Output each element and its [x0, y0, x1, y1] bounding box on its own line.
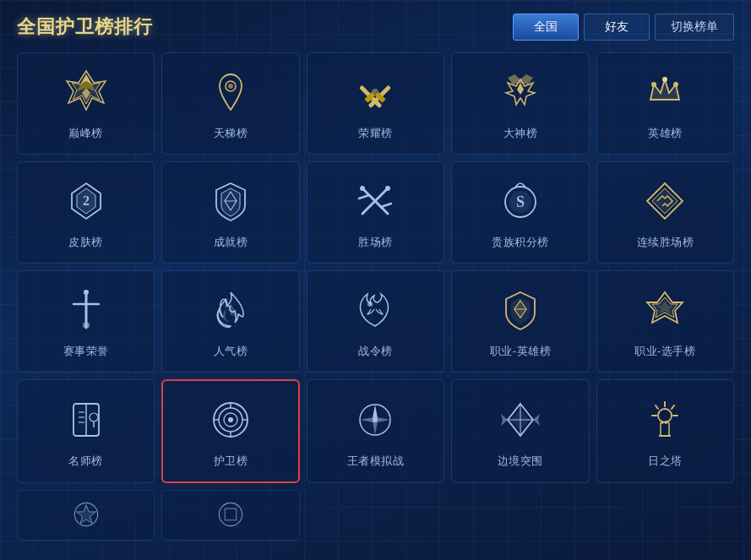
grid-item-skin[interactable]: 2 皮肤榜: [17, 161, 155, 264]
grid-item-glory[interactable]: 荣耀榜: [307, 52, 444, 155]
grid-item-master[interactable]: 名师榜: [17, 379, 155, 483]
header: 全国护卫榜排行 全国 好友 切换榜单: [17, 14, 734, 41]
tab-national[interactable]: 全国: [513, 14, 579, 41]
win-label: 胜场榜: [358, 235, 393, 250]
grid-item-achieve[interactable]: 成就榜: [161, 161, 299, 264]
glory-icon: [348, 65, 402, 119]
grid-item-simulate[interactable]: 王者模拟战: [307, 379, 444, 483]
tab-friends[interactable]: 好友: [584, 14, 650, 41]
partial1-icon: [59, 496, 113, 533]
grid-item-peak[interactable]: 巅峰榜: [17, 52, 155, 155]
guard-icon: [204, 393, 258, 447]
svg-marker-78: [76, 505, 95, 524]
svg-rect-34: [83, 323, 90, 328]
page-title: 全国护卫榜排行: [17, 14, 153, 40]
svg-marker-10: [517, 83, 524, 95]
svg-point-13: [673, 82, 678, 87]
grid-item-ladder[interactable]: 天梯榜: [161, 52, 299, 155]
skin-label: 皮肤榜: [68, 235, 103, 250]
svg-point-79: [219, 503, 242, 525]
skin-icon: 2: [59, 174, 113, 228]
svg-point-52: [228, 417, 233, 422]
guard-label: 护卫榜: [214, 454, 248, 469]
grid-item-streak[interactable]: 连续胜场榜: [596, 161, 734, 264]
grid-item-popular[interactable]: 人气榜: [161, 270, 299, 372]
master-label: 名师榜: [68, 454, 103, 469]
battle-label: 战令榜: [358, 344, 393, 359]
svg-point-24: [360, 186, 365, 191]
simulate-label: 王者模拟战: [347, 454, 405, 469]
svg-marker-59: [373, 421, 378, 435]
battle-icon: [348, 283, 402, 337]
hero-label: 英雄榜: [648, 126, 683, 141]
switch-leaderboard-button[interactable]: 切换榜单: [655, 14, 734, 41]
partial2-icon: [204, 496, 258, 533]
grid-item-tower[interactable]: 日之塔: [596, 379, 734, 483]
svg-marker-60: [360, 417, 373, 422]
grid-item-guard[interactable]: 护卫榜: [161, 379, 299, 483]
grid-item-battle[interactable]: 战令榜: [307, 270, 444, 372]
grid-item-pro-player[interactable]: 职业-选手榜: [596, 270, 734, 372]
grid-item-win[interactable]: 胜场榜: [307, 161, 444, 264]
hero-icon: [638, 65, 692, 119]
svg-line-22: [359, 195, 369, 198]
master-icon: [59, 393, 113, 447]
noble-icon: S: [493, 174, 547, 228]
simulate-icon: [348, 393, 402, 447]
svg-text:S: S: [516, 193, 525, 210]
achieve-icon: [204, 174, 258, 228]
svg-line-23: [381, 204, 391, 207]
popular-label: 人气榜: [214, 344, 248, 359]
svg-rect-75: [661, 421, 663, 424]
grid-item-partial-2[interactable]: [161, 490, 299, 541]
svg-point-12: [651, 82, 656, 87]
svg-line-69: [672, 405, 674, 409]
main-container: 全国护卫榜排行 全国 好友 切换榜单 巅峰榜: [0, 0, 751, 560]
ladder-label: 天梯榜: [214, 126, 248, 141]
svg-point-47: [90, 413, 98, 421]
svg-point-62: [373, 417, 378, 422]
svg-text:2: 2: [83, 193, 90, 208]
svg-point-67: [658, 409, 672, 422]
grid-item-border[interactable]: 边境突围: [451, 379, 589, 483]
grid-item-god[interactable]: 大神榜: [451, 52, 589, 155]
peak-label: 巅峰榜: [68, 126, 103, 141]
grid-item-noble[interactable]: S 贵族积分榜: [451, 161, 589, 264]
svg-point-35: [367, 302, 373, 307]
svg-point-9: [372, 89, 378, 95]
pro-hero-label: 职业-英雄榜: [490, 344, 551, 359]
grid-item-partial-1[interactable]: [17, 490, 155, 541]
svg-point-4: [228, 84, 233, 89]
tab-group: 全国 好友 切换榜单: [513, 14, 734, 41]
ladder-icon: [204, 65, 258, 119]
svg-marker-58: [373, 405, 378, 418]
glory-label: 荣耀榜: [358, 126, 393, 141]
streak-label: 连续胜场榜: [637, 235, 694, 250]
svg-point-33: [84, 290, 89, 295]
esports-icon: [59, 283, 113, 337]
pro-player-icon: [638, 283, 692, 337]
tower-label: 日之塔: [648, 454, 683, 469]
border-icon: [493, 393, 547, 447]
pro-hero-icon: [493, 283, 547, 337]
esports-label: 赛事荣誉: [63, 344, 109, 359]
grid-item-pro-hero[interactable]: 职业-英雄榜: [451, 270, 589, 372]
noble-label: 贵族积分榜: [492, 235, 549, 250]
god-label: 大神榜: [503, 126, 538, 141]
god-icon: [493, 65, 547, 119]
leaderboard-grid: 巅峰榜 天梯榜: [17, 52, 734, 546]
popular-icon: [204, 283, 258, 337]
win-icon: [348, 174, 402, 228]
grid-item-esports[interactable]: 赛事荣誉: [17, 270, 155, 372]
grid-item-hero[interactable]: 英雄榜: [596, 52, 734, 155]
pro-player-label: 职业-选手榜: [634, 344, 695, 359]
svg-rect-76: [665, 421, 667, 424]
peak-icon: [59, 65, 113, 119]
streak-icon: [638, 174, 692, 228]
svg-point-14: [662, 77, 667, 82]
tower-icon: [638, 393, 692, 447]
svg-rect-73: [661, 422, 669, 436]
achieve-label: 成就榜: [214, 235, 248, 250]
svg-line-71: [656, 405, 658, 409]
border-label: 边境突围: [498, 454, 543, 469]
